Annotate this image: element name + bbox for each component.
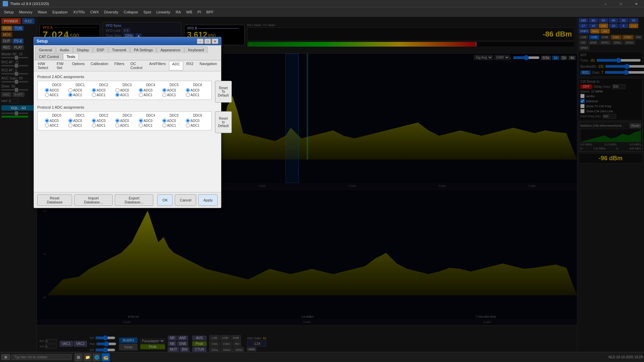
- protocol2-adc-table: DDC0 DDC1 DDC2 DDC3 DDC4 DDC5 DDC6: [37, 81, 212, 100]
- p2-ddc1-adc0-radio[interactable]: [68, 88, 72, 92]
- minimize-button[interactable]: –: [598, 0, 613, 7]
- p1-ddc4-adc0-radio[interactable]: [139, 119, 143, 123]
- apply-button[interactable]: Apply: [198, 194, 218, 206]
- sub-tab-fw-set[interactable]: F/W Set: [54, 61, 68, 70]
- tab-keyboard[interactable]: Keyboard: [184, 47, 208, 53]
- p2-ddc1-adc0: ADC0: [68, 88, 92, 92]
- tab-transmit[interactable]: Transmit: [108, 47, 130, 53]
- p1-ddc0-adc1: ADC1: [45, 123, 68, 127]
- menu-collapse[interactable]: Collapse: [122, 9, 140, 15]
- p2-ddc3-adc0-radio[interactable]: [115, 88, 119, 92]
- p2-ddc6-adc1: ADC1: [186, 93, 209, 97]
- taskbar-icon-3[interactable]: 🌐: [93, 353, 101, 361]
- p1-ddc2-adc0-radio[interactable]: [92, 119, 96, 123]
- tab-display[interactable]: Display: [73, 47, 93, 53]
- title-bar: Thetis v2.8.9 (10/13/20) – □ ✕: [0, 0, 644, 7]
- tab-cat-control[interactable]: CAT Control: [35, 53, 63, 60]
- p1-ddc4-adc1-radio[interactable]: [139, 123, 143, 127]
- protocol1-adc0-row: ADC0 ADC0 ADC0: [40, 119, 209, 123]
- modal-maximize[interactable]: □: [204, 39, 211, 44]
- p1-ddc6-adc1-radio[interactable]: [186, 123, 190, 127]
- search-input[interactable]: [11, 354, 72, 360]
- ok-button[interactable]: OK: [157, 194, 173, 206]
- p2-ddc0-adc0: ADC0: [45, 88, 68, 92]
- import-database-button[interactable]: Import Database...: [74, 194, 113, 206]
- p2-ddc0-adc1-radio[interactable]: [45, 93, 49, 97]
- menu-pi[interactable]: PI: [196, 9, 203, 15]
- p1-ddc6-adc1: ADC1: [186, 123, 209, 127]
- modal-minimize[interactable]: –: [197, 39, 204, 44]
- protocol2-label: Protocol 2 ADC assignments: [37, 75, 218, 79]
- menu-xvtrs[interactable]: XVTRs: [71, 9, 87, 15]
- menu-cwx[interactable]: CWX: [88, 9, 101, 15]
- p2-ddc5-adc0-radio[interactable]: [162, 88, 166, 92]
- maximize-button[interactable]: □: [613, 0, 629, 7]
- sub-tab-hw-select[interactable]: H/W Select: [35, 61, 53, 70]
- sub-tab-rx2[interactable]: RX2: [184, 61, 196, 70]
- menu-wb[interactable]: WB: [184, 9, 194, 15]
- reset-default-2-button[interactable]: Reset to Default: [215, 111, 232, 133]
- modal-close[interactable]: ✕: [212, 39, 218, 44]
- cancel-button[interactable]: Cancel: [175, 194, 196, 206]
- ddc3-header: DDC3: [115, 83, 139, 87]
- p1-ddc1-adc0-radio[interactable]: [68, 119, 72, 123]
- sub-tab-ant-filters[interactable]: Ant/Filters: [147, 61, 169, 70]
- sub-tab-filters[interactable]: Filters: [112, 61, 127, 70]
- menu-linearity[interactable]: Linearity: [154, 9, 172, 15]
- p1-ddc5-adc1-radio[interactable]: [162, 123, 166, 127]
- sub-tab-options[interactable]: Options: [69, 61, 87, 70]
- p1-ddc5-adc0-radio[interactable]: [162, 119, 166, 123]
- menu-ra[interactable]: RA: [174, 9, 183, 15]
- menu-setup[interactable]: Setup: [2, 9, 16, 15]
- start-button[interactable]: ⊞: [1, 354, 10, 360]
- taskbar-icon-2[interactable]: 📁: [84, 353, 92, 361]
- tab-general[interactable]: General: [35, 47, 56, 53]
- menu-equalizer[interactable]: Equalizer: [50, 9, 70, 15]
- p2-ddc3-adc1-radio[interactable]: [115, 93, 119, 97]
- sub-tab-calibration[interactable]: Calibration: [88, 61, 111, 70]
- taskbar-icon-1[interactable]: ⊞: [74, 353, 83, 361]
- p1-ddc2-adc1-radio[interactable]: [92, 123, 96, 127]
- p2-ddc6-adc0-radio[interactable]: [186, 88, 190, 92]
- tab-tests[interactable]: Tests: [63, 53, 79, 60]
- p1-ddc0-adc1-radio[interactable]: [45, 123, 49, 127]
- modal-overlay: Setup – □ ✕ General Audio Display DSP Tr…: [0, 17, 644, 362]
- export-database-button[interactable]: Export Database...: [115, 194, 153, 206]
- protocol2-adc-section: DDC0 DDC1 DDC2 DDC3 DDC4 DDC5 DDC6: [37, 81, 218, 103]
- menu-bpf[interactable]: BPF: [204, 9, 215, 15]
- p2-ddc0-adc0-radio[interactable]: [45, 88, 49, 92]
- p2-ddc2-adc0-radio[interactable]: [92, 88, 96, 92]
- p2-ddc4-adc0-radio[interactable]: [139, 88, 143, 92]
- p1-ddc3-adc1-radio[interactable]: [115, 123, 119, 127]
- taskbar-icon-thetis[interactable]: 📻: [102, 353, 110, 361]
- menu-diversity[interactable]: Diversity: [102, 9, 120, 15]
- menu-memory[interactable]: Memory: [17, 9, 35, 15]
- tab-appearance[interactable]: Appearance: [157, 47, 184, 53]
- tab-audio[interactable]: Audio: [56, 47, 73, 53]
- menu-wave[interactable]: Wave: [36, 9, 49, 15]
- ddc0-header: DDC0: [45, 83, 68, 87]
- p2-ddc2-adc1-radio[interactable]: [92, 93, 96, 97]
- p2-ddc5-adc1-radio[interactable]: [162, 93, 166, 97]
- reset-database-button[interactable]: Reset Database: [37, 194, 72, 206]
- p1-ddc3-adc0-radio[interactable]: [115, 119, 119, 123]
- p1-ddc1-adc1-radio[interactable]: [68, 123, 72, 127]
- sub-tab-navigation[interactable]: Navigation: [197, 61, 220, 70]
- tab-pa-settings[interactable]: PA Settings: [130, 47, 156, 53]
- modal-sub-tabs: H/W Select F/W Set Options Calibration F…: [34, 60, 221, 71]
- app-icon: [3, 1, 8, 6]
- tab-dsp[interactable]: DSP: [93, 47, 108, 53]
- p2-ddc6-adc1-radio[interactable]: [186, 93, 190, 97]
- reset-default-1-button[interactable]: Reset To Default: [215, 81, 232, 103]
- p1-ddc0-adc0-radio[interactable]: [45, 119, 49, 123]
- protocol2-adc1-row: ADC1 ADC1 ADC1: [40, 93, 209, 97]
- menu-spot[interactable]: Spot: [142, 9, 153, 15]
- p1-ddc6-header: DDC6: [186, 114, 209, 117]
- close-button[interactable]: ✕: [629, 0, 644, 7]
- p2-ddc1-adc1-radio[interactable]: [68, 93, 72, 97]
- p1-ddc6-adc0-radio[interactable]: [186, 119, 190, 123]
- sub-tab-adc[interactable]: ADC: [169, 61, 183, 70]
- p2-ddc4-adc1-radio[interactable]: [139, 93, 143, 97]
- sub-tab-oc-control[interactable]: OC Control: [128, 61, 146, 70]
- p1-ddc1-adc1: ADC1: [68, 123, 92, 127]
